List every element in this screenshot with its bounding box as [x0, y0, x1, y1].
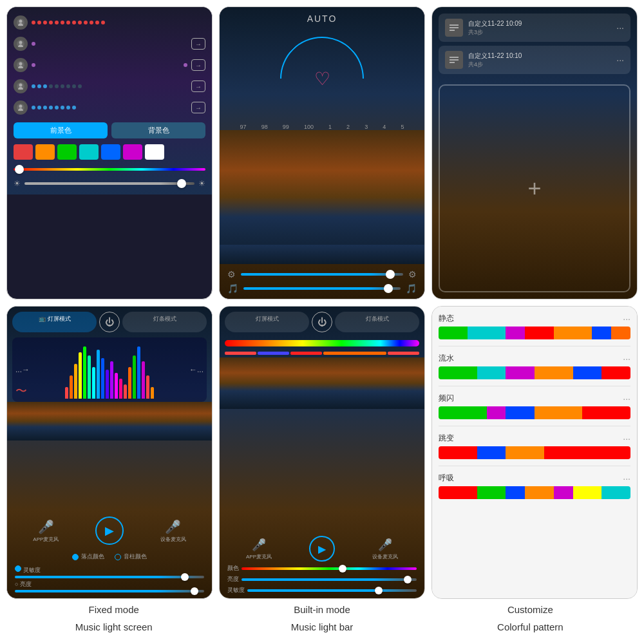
- vis-bar: [151, 387, 154, 399]
- fm-row-2: →: [14, 35, 205, 53]
- fm-arrow-4[interactable]: →: [191, 102, 205, 113]
- cp-bar-flow[interactable]: [439, 366, 630, 379]
- cp-bar-breath[interactable]: [439, 486, 630, 499]
- mb-play-button[interactable]: ▶: [309, 536, 335, 562]
- cp-seg: [477, 366, 506, 379]
- mb-color-slider[interactable]: [242, 567, 417, 570]
- bm-dial[interactable]: ♡: [263, 19, 381, 138]
- bm-landscape: [220, 130, 424, 264]
- fm-arrow-1[interactable]: →: [191, 38, 205, 50]
- dot: [43, 84, 47, 88]
- dot: [37, 84, 41, 88]
- ms-sensitivity-slider[interactable]: [15, 576, 204, 578]
- mb-power-btn[interactable]: ⏻: [312, 312, 332, 332]
- cp-bar-static[interactable]: [439, 327, 630, 339]
- background-color-btn[interactable]: 背景色: [111, 122, 205, 138]
- svg-point-7: [19, 84, 23, 87]
- vis-bar: [88, 355, 91, 399]
- cust-add-area[interactable]: +: [439, 84, 630, 292]
- ms-brightness-thumb[interactable]: [191, 587, 198, 595]
- cp-seg: [601, 486, 630, 499]
- mb-sensitivity-slider[interactable]: [247, 589, 417, 592]
- vis-bar: [106, 370, 109, 399]
- ms-landscape: [7, 402, 212, 507]
- bm-speed-thumb[interactable]: [384, 284, 393, 293]
- brightness-thumb[interactable]: [177, 179, 186, 188]
- bm-speed-slider[interactable]: [243, 287, 401, 290]
- cp-seg: [525, 327, 554, 339]
- label-customize: Customize: [430, 604, 631, 615]
- mb-tab-screen[interactable]: 灯屏模式: [225, 312, 309, 332]
- swatch-cyan[interactable]: [79, 144, 99, 160]
- fm-mode-buttons: 前景色 背景色: [14, 122, 205, 138]
- cust-subtitle-2: 共4步: [468, 61, 611, 69]
- ms-tab-screen[interactable]: 📺灯屏模式: [12, 312, 97, 332]
- cp-seg: [582, 406, 630, 419]
- swatch-green[interactable]: [57, 144, 77, 160]
- vis-bar: [74, 364, 77, 399]
- ms-device-mic-icon: 🎤: [165, 519, 181, 535]
- colorful-pattern-card: 静态 ···: [431, 306, 638, 599]
- dot: [66, 84, 70, 88]
- ms-play-button[interactable]: ▶: [95, 516, 124, 545]
- dot: [72, 84, 76, 88]
- dot: [32, 21, 35, 24]
- cp-menu-strobe[interactable]: ···: [623, 393, 630, 404]
- mb-brightness-thumb[interactable]: [404, 576, 412, 583]
- mb-brightness-slider[interactable]: [242, 578, 417, 581]
- dot: [49, 106, 53, 109]
- num-5: 5: [401, 124, 404, 130]
- swatch-white[interactable]: [145, 144, 164, 160]
- swatch-magenta[interactable]: [123, 144, 142, 160]
- cust-item-1[interactable]: 自定义11-22 10:09 共3步 ···: [439, 14, 630, 42]
- ms-brightness-slider[interactable]: [15, 590, 204, 592]
- mb-app-mic-icon: 🎤: [252, 538, 266, 552]
- fm-row-1: [14, 14, 205, 32]
- swatch-orange[interactable]: [35, 144, 55, 160]
- vis-bar: [124, 384, 127, 399]
- cp-bar-strobe[interactable]: [439, 406, 630, 419]
- cp-menu-static[interactable]: ···: [623, 314, 630, 324]
- cust-menu-1[interactable]: ···: [616, 23, 624, 33]
- cust-menu-2[interactable]: ···: [616, 55, 624, 65]
- ms-controls: 🎤 APP麦克风 ▶ 🎤 设备麦克风 落点颜色: [7, 507, 212, 598]
- fm-arrow-3[interactable]: →: [191, 80, 205, 92]
- bm-brightness-thumb[interactable]: [386, 270, 395, 279]
- svg-rect-11: [450, 27, 459, 28]
- mb-color-thumb[interactable]: [339, 565, 346, 573]
- dot: [101, 21, 105, 24]
- mb-strip-o: [323, 352, 386, 355]
- ms-radio-drop-color[interactable]: 落点颜色: [72, 553, 104, 561]
- mb-brightness-label-2: 亮度: [227, 575, 239, 583]
- ms-radio-bar-color[interactable]: 音柱颜色: [115, 553, 147, 561]
- ms-power-btn[interactable]: ⏻: [99, 312, 120, 332]
- cp-bar-jump[interactable]: [439, 446, 630, 459]
- ms-nav-left[interactable]: ...→: [15, 365, 30, 374]
- fm-rainbow-slider[interactable]: [14, 168, 205, 171]
- mb-sensitivity-thumb[interactable]: [375, 587, 383, 594]
- ms-app-mic-label: APP麦克风: [33, 536, 59, 543]
- fm-brightness-slider[interactable]: [24, 182, 194, 185]
- cp-menu-breath[interactable]: ···: [623, 473, 630, 484]
- cp-menu-flow[interactable]: ···: [623, 354, 630, 364]
- fm-arrow-2[interactable]: →: [191, 59, 205, 71]
- mb-device-mic-icon: 🎤: [378, 538, 392, 552]
- cp-seg: [535, 366, 573, 379]
- brightness-min-icon: ☀: [14, 179, 21, 188]
- ms-nav-right[interactable]: ←...: [189, 365, 204, 374]
- mb-color-label: 颜色: [227, 564, 239, 573]
- num-100: 100: [304, 124, 314, 130]
- cp-seg: [506, 406, 535, 419]
- foreground-color-btn[interactable]: 前景色: [14, 122, 108, 138]
- bm-brightness-slider[interactable]: [241, 273, 403, 276]
- rainbow-thumb[interactable]: [15, 165, 24, 174]
- ms-tab-bar[interactable]: 灯条模式: [122, 312, 207, 332]
- cp-seg: [506, 446, 544, 459]
- cust-title-1: 自定义11-22 10:09: [468, 19, 611, 28]
- mb-app-mic-label: APP麦克风: [246, 553, 272, 560]
- swatch-red[interactable]: [14, 144, 33, 160]
- swatch-blue[interactable]: [101, 144, 120, 160]
- cust-item-2[interactable]: 自定义11-22 10:10 共4步 ···: [439, 46, 630, 74]
- mb-tab-bar[interactable]: 灯条模式: [335, 312, 419, 332]
- cp-menu-jump[interactable]: ···: [623, 433, 630, 444]
